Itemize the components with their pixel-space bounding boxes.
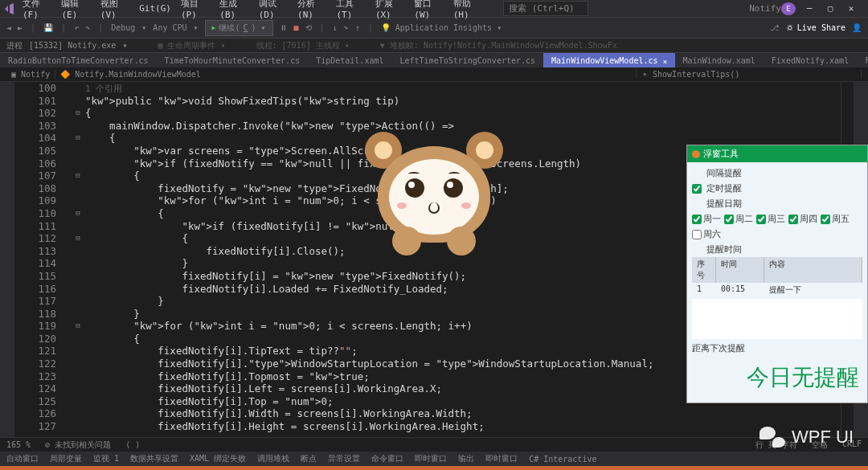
- panel-data[interactable]: 数据共享设置: [130, 453, 178, 464]
- menu-ext[interactable]: 扩展(X): [371, 0, 409, 22]
- bc-project[interactable]: ▣ Notify: [6, 70, 55, 79]
- next-label: 距离下次提醒: [692, 342, 745, 354]
- menu-file[interactable]: 文件(F): [18, 0, 56, 22]
- menu-analyze[interactable]: 分析(N): [293, 0, 331, 22]
- reminder-table-blank: [692, 299, 862, 339]
- reminder-table-row[interactable]: 1 00:15 提醒一下: [692, 283, 862, 297]
- panel-immediate[interactable]: 即时窗口: [415, 453, 447, 464]
- bc-method[interactable]: ⚬ ShowIntervalTips(): [637, 70, 862, 79]
- thread-dropdown[interactable]: 线程: [7016] 主线程 ▾: [256, 40, 350, 51]
- tab-3[interactable]: LeftTimeToStringConverter.cs: [391, 53, 543, 67]
- window-minimize-icon[interactable]: ─: [802, 3, 817, 14]
- notify-popup: 提醒一下: [354, 132, 514, 244]
- frame-dropdown[interactable]: ▼ 堆栈帧: Notify!Notify.MainWindowViewModel…: [380, 40, 617, 51]
- window-close-icon[interactable]: ✕: [844, 3, 858, 14]
- lifecycle-dropdown[interactable]: ▦ 生命周期事件 ▾: [158, 40, 225, 51]
- bottom-panel-tabs: 自动窗口 局部变量 监视 1 数据共享设置 XAML 绑定失败 调用堆栈 断点 …: [0, 452, 868, 466]
- solution-name: Notify: [749, 3, 781, 14]
- pause-icon[interactable]: ⏸: [280, 23, 288, 32]
- tab-6[interactable]: FixedNotify.xaml: [764, 53, 857, 67]
- undo-icon[interactable]: ↶: [74, 23, 79, 32]
- interval-label: 间隔提醒: [706, 167, 742, 179]
- bear-avatar-icon: [370, 132, 498, 244]
- process-dropdown[interactable]: [15332] Notify.exe: [29, 41, 116, 50]
- menu-git[interactable]: Git(G): [134, 2, 176, 15]
- tab-7[interactable]: FixedNotify.xaml.cs: [857, 53, 868, 67]
- document-tabs: RadioButtonToTimeConverter.cs TimeToHour…: [0, 53, 868, 67]
- debug-subtoolbar: 进程 [15332] Notify.exe▾ ▦ 生命周期事件 ▾ 线程: [7…: [0, 39, 868, 53]
- menu-tools[interactable]: 工具(T): [331, 0, 370, 22]
- menu-edit[interactable]: 编辑(E): [56, 0, 95, 22]
- window-restore-icon[interactable]: ▢: [823, 3, 837, 14]
- step-over-icon[interactable]: ↷: [344, 23, 349, 32]
- panel-exceptions[interactable]: 异常设置: [328, 453, 360, 464]
- vs-logo-icon: [3, 2, 14, 15]
- tab-5[interactable]: MainWindow.xaml: [675, 53, 764, 67]
- day-mon[interactable]: [692, 215, 702, 224]
- timed-checkbox[interactable]: [692, 184, 702, 194]
- timed-label: 定时提醒: [706, 182, 742, 194]
- issues-indicator[interactable]: ⊘ 未找到相关问题: [45, 439, 111, 451]
- panel-output[interactable]: 输出: [458, 453, 474, 464]
- panel-xaml[interactable]: XAML 绑定失败: [190, 453, 246, 464]
- panel-watch[interactable]: 监视 1: [93, 453, 119, 464]
- panel-cmd[interactable]: 命令窗口: [371, 453, 403, 464]
- panel-csi[interactable]: C# Interactive: [529, 455, 596, 464]
- tab-2[interactable]: TipDetail.xaml: [308, 53, 391, 67]
- day-thu[interactable]: [788, 215, 798, 224]
- day-fri[interactable]: [821, 215, 830, 224]
- step-out-icon[interactable]: ↑: [355, 23, 360, 32]
- wechat-icon: [760, 427, 785, 448]
- user-badge-icon[interactable]: E: [781, 2, 796, 15]
- source-control-icon[interactable]: ⎇: [770, 23, 780, 32]
- menu-build[interactable]: 生成(B): [215, 0, 253, 22]
- panel-immediate2[interactable]: 即时窗口: [485, 453, 518, 464]
- time-label: 提醒时间: [706, 243, 742, 255]
- nav-back-icon[interactable]: ◄: [6, 23, 11, 32]
- stop-icon[interactable]: ■: [294, 23, 299, 32]
- day-wed[interactable]: [756, 215, 766, 224]
- line-numbers: 1001011021031041051061071081091101111121…: [14, 82, 71, 437]
- panel-autos[interactable]: 自动窗口: [6, 453, 39, 464]
- reminder-table-head: 序号 时间 内容: [692, 257, 862, 283]
- panel-callstack[interactable]: 调用堆栈: [257, 453, 289, 464]
- bc-class[interactable]: 🔶 Notify.MainWindowViewModel: [55, 70, 637, 79]
- tab-4[interactable]: MainWindowViewModel.cs ⁎: [543, 53, 674, 67]
- step-into-icon[interactable]: ↓: [333, 23, 338, 32]
- feedback-icon[interactable]: 👤: [852, 23, 862, 32]
- next-reminder-text: 今日无提醒: [692, 356, 862, 399]
- left-toolwindow-strip[interactable]: [0, 82, 14, 437]
- tab-1[interactable]: TimeToHourMinuteConverter.cs: [157, 53, 309, 67]
- reminder-tool-window: 浮窗工具 间隔提醒 定时提醒 提醒日期 周一 周二 周三 周四 周五 周六 提醒…: [686, 145, 868, 403]
- live-share-button[interactable]: ⛭ Live Share: [786, 23, 845, 32]
- quick-search-input[interactable]: 搜索 (Ctrl+Q): [503, 1, 588, 16]
- watermark: WPF UI: [760, 427, 854, 448]
- editor-footer: 165 % ⊘ 未找到相关问题 ⟨ ⟩ 行 列 字符 空格 CRLF: [0, 437, 868, 452]
- fold-column[interactable]: ⊟⊟⊟⊟⊟⊟: [71, 82, 85, 437]
- process-label: 进程: [6, 40, 23, 51]
- pin-icon[interactable]: ⁎: [663, 56, 667, 65]
- save-icon[interactable]: 💾: [43, 23, 53, 32]
- day-sat[interactable]: [692, 230, 702, 239]
- menubar: 文件(F) 编辑(E) 视图(V) Git(G) 项目(P) 生成(B) 调试(…: [0, 0, 868, 18]
- continue-button[interactable]: ▶继续(C) ▾: [205, 20, 273, 36]
- tab-0[interactable]: RadioButtonToTimeConverter.cs: [0, 53, 157, 67]
- platform-dropdown[interactable]: Any CPU: [153, 23, 186, 32]
- redo-icon[interactable]: ↷: [85, 23, 90, 32]
- statusbar: ▣ 就绪: [0, 466, 868, 470]
- menu-help[interactable]: 帮助(H): [448, 0, 487, 22]
- nav-forward-icon[interactable]: ►: [18, 23, 23, 32]
- menu-view[interactable]: 视图(V): [96, 0, 134, 22]
- tool-close-icon[interactable]: [692, 150, 700, 158]
- config-dropdown[interactable]: Debug: [111, 23, 135, 32]
- day-tue[interactable]: [724, 215, 734, 224]
- restart-icon[interactable]: ⟲: [305, 23, 312, 32]
- app-insights-button[interactable]: 💡 Application Insights ▾: [381, 23, 502, 32]
- menu-debug[interactable]: 调试(D): [254, 0, 293, 22]
- menu-project[interactable]: 项目(P): [176, 0, 215, 22]
- menu-window[interactable]: 窗口(W): [409, 0, 448, 22]
- panel-locals[interactable]: 局部变量: [50, 453, 82, 464]
- zoom-dropdown[interactable]: 165 %: [6, 440, 31, 449]
- tool-window-title[interactable]: 浮窗工具: [687, 145, 867, 162]
- panel-breakpoints[interactable]: 断点: [301, 453, 317, 464]
